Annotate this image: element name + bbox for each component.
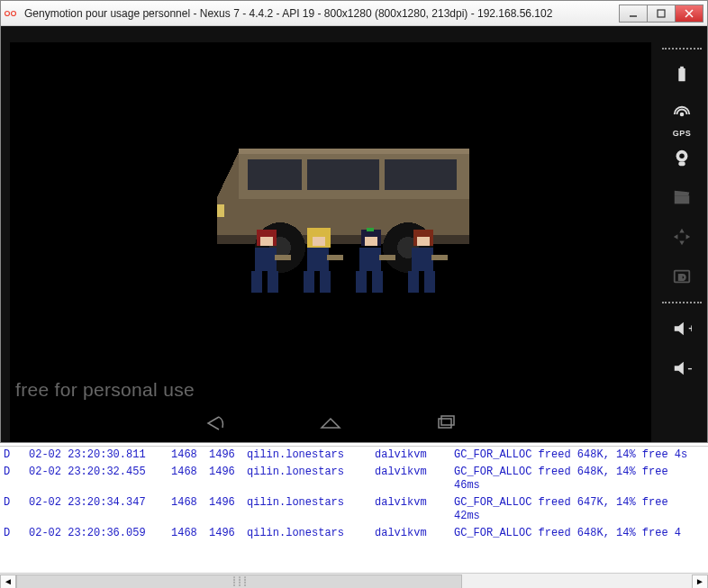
log-cell-text: GC_FOR_ALLOC freed 647K, 14% free 42ms <box>450 494 694 525</box>
emulator-frame: free for personal use GPS ID + – <box>1 26 707 442</box>
log-row[interactable]: D02-02 23:20:30.81114681496qilin.lonesta… <box>0 447 708 464</box>
log-cell-tag: dalvikvm <box>371 464 450 494</box>
volume-up-icon[interactable]: + <box>667 314 696 343</box>
game-viewport[interactable]: free for personal use <box>10 42 651 406</box>
svg-rect-24 <box>268 271 278 293</box>
emulator-sidebar: GPS ID + – <box>662 42 702 437</box>
svg-rect-11 <box>307 159 379 190</box>
titlebar[interactable]: Genymotion pour usage personnel - Nexus … <box>1 1 707 26</box>
log-cell-level: D <box>0 525 25 542</box>
col-time[interactable]: Time <box>25 443 168 444</box>
camera-icon[interactable] <box>667 143 696 172</box>
gps-icon[interactable] <box>667 100 696 129</box>
app-icon <box>5 6 19 21</box>
log-cell-pid: 1468 <box>168 494 205 525</box>
svg-marker-54 <box>675 191 690 196</box>
separator <box>662 48 702 50</box>
svg-rect-31 <box>327 255 343 260</box>
recent-button[interactable] <box>433 415 458 434</box>
log-cell-text: GC_FOR_ALLOC freed 648K, 14% free 4s <box>450 447 694 464</box>
log-cell-pid: 1468 <box>168 525 205 542</box>
log-cell-tag: dalvikvm <box>371 447 450 464</box>
log-cell-time: 02-02 23:20:32.455 <box>25 464 168 494</box>
scroll-right-arrow[interactable]: ► <box>692 574 708 589</box>
log-row[interactable]: D02-02 23:20:36.05914681496qilin.lonesta… <box>0 525 708 542</box>
home-button[interactable] <box>318 415 343 434</box>
svg-text:ID: ID <box>678 274 685 282</box>
svg-rect-40 <box>417 237 430 246</box>
scroll-thumb[interactable]: ┊┊┊ <box>16 574 462 589</box>
svg-rect-44 <box>431 255 448 260</box>
svg-rect-53 <box>675 195 690 204</box>
dpad-icon[interactable] <box>667 222 696 251</box>
back-button[interactable] <box>203 415 228 434</box>
log-cell-app: qilin.lonestars <box>243 447 371 464</box>
log-cell-app: qilin.lonestars <box>243 464 371 494</box>
clapper-icon[interactable] <box>667 183 696 212</box>
log-cell-time: 02-02 23:20:36.059 <box>25 525 168 542</box>
svg-rect-22 <box>255 248 277 271</box>
log-cell-tag: dalvikvm <box>371 494 450 525</box>
log-cell-time: 02-02 23:20:30.811 <box>25 447 168 464</box>
log-cell-tid: 1496 <box>205 494 243 525</box>
col-tag[interactable]: Tag <box>371 443 450 444</box>
svg-rect-52 <box>678 162 685 167</box>
log-cell-time: 02-02 23:20:34.347 <box>25 494 168 525</box>
scroll-left-arrow[interactable]: ◄ <box>0 574 16 589</box>
window-title: Genymotion pour usage personnel - Nexus … <box>24 7 620 20</box>
svg-rect-13 <box>239 149 469 154</box>
svg-rect-42 <box>408 271 419 293</box>
svg-rect-41 <box>412 248 433 271</box>
log-cell-tid: 1496 <box>205 464 243 494</box>
log-row[interactable]: D02-02 23:20:32.45514681496qilin.lonesta… <box>0 464 708 494</box>
log-cell-pid: 1468 <box>168 447 205 464</box>
svg-rect-34 <box>365 237 377 246</box>
minimize-button[interactable] <box>619 5 648 23</box>
log-cell-tid: 1496 <box>205 525 243 542</box>
svg-rect-38 <box>379 255 395 260</box>
close-button[interactable] <box>675 5 703 23</box>
log-cell-pid: 1468 <box>168 464 205 494</box>
android-navbar <box>10 406 651 442</box>
svg-marker-56 <box>679 241 685 246</box>
svg-rect-47 <box>678 68 685 82</box>
svg-rect-28 <box>307 248 329 271</box>
svg-marker-58 <box>686 234 691 240</box>
svg-rect-37 <box>372 271 383 293</box>
svg-rect-10 <box>248 159 302 190</box>
maximize-button[interactable] <box>647 5 676 23</box>
svg-rect-48 <box>680 67 684 69</box>
svg-marker-61 <box>675 322 684 336</box>
col-app[interactable]: Application <box>243 443 371 444</box>
log-cell-tid: 1496 <box>205 447 243 464</box>
log-row[interactable]: D02-02 23:20:34.34714681496qilin.lonesta… <box>0 494 708 525</box>
svg-marker-57 <box>674 234 678 240</box>
log-rows: D02-02 23:20:30.81114681496qilin.lonesta… <box>0 447 708 542</box>
svg-rect-29 <box>304 271 314 293</box>
volume-down-icon[interactable]: – <box>667 354 696 383</box>
svg-rect-33 <box>367 228 374 231</box>
window-buttons <box>620 5 703 23</box>
svg-text:–: – <box>687 361 692 375</box>
log-cell-level: D <box>0 494 25 525</box>
scroll-track[interactable]: ┊┊┊ <box>16 574 692 589</box>
id-icon[interactable]: ID <box>667 262 696 291</box>
log-cell-app: qilin.lonestars <box>243 525 371 542</box>
svg-rect-45 <box>439 419 451 428</box>
log-cell-text: GC_FOR_ALLOC freed 648K, 14% free 4 <box>450 525 694 542</box>
col-text[interactable]: Text <box>450 443 694 444</box>
col-pid[interactable]: PID <box>168 443 205 444</box>
device-screen[interactable]: free for personal use <box>10 42 651 442</box>
svg-rect-25 <box>275 255 291 260</box>
horizontal-scrollbar[interactable]: ◄ ┊┊┊ ► <box>0 573 708 588</box>
svg-point-51 <box>679 153 685 158</box>
log-cell-level: D <box>0 447 25 464</box>
log-cell-level: D <box>0 464 25 494</box>
col-level[interactable]: L... <box>0 443 25 444</box>
log-cell-app: qilin.lonestars <box>243 494 371 525</box>
svg-text:+: + <box>688 321 692 335</box>
log-cell-text: GC_FOR_ALLOC freed 648K, 14% free 46ms <box>450 464 694 494</box>
battery-icon[interactable] <box>667 60 696 89</box>
col-tid[interactable]: TID <box>205 443 243 444</box>
log-cell-tag: dalvikvm <box>371 525 450 542</box>
